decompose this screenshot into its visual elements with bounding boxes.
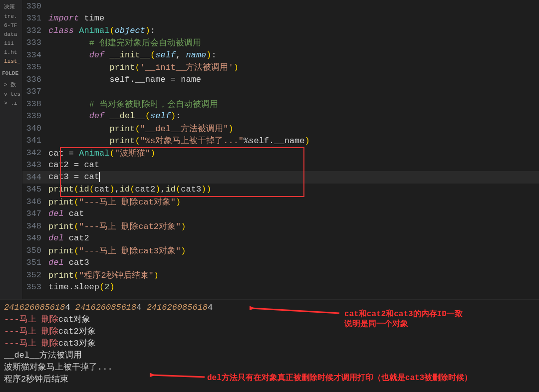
code-line[interactable]: 347del cat [22, 208, 539, 220]
line-number: 344 [22, 173, 48, 182]
line-number: 348 [22, 221, 48, 231]
line-number: 352 [22, 270, 48, 280]
code-line[interactable]: 342cat = Animal("波斯猫") [22, 147, 539, 159]
line-number: 331 [22, 13, 48, 23]
terminal-line: 波斯猫对象马上被干掉了... [4, 362, 535, 374]
code-line[interactable]: 337 [22, 86, 539, 98]
sidebar-file[interactable]: tre. [2, 12, 20, 21]
code-line[interactable]: 352print("程序2秒钟后结束") [22, 269, 539, 281]
code-content: print("程序2秒钟后结束") [48, 269, 159, 281]
code-line[interactable]: 340 print("__del__方法被调用") [22, 122, 539, 135]
sidebar-folder[interactable]: > 数 [2, 79, 20, 90]
code-content: import time [48, 13, 104, 23]
code-content: print('__init__方法被调用') [48, 61, 239, 73]
code-line[interactable]: 353time.sleep(2) [22, 281, 539, 294]
code-content: print("---马上 删除cat3对象") [48, 245, 186, 256]
annotation-del-method: del方法只有在对象真正被删除时候才调用打印（也就是cat3被删除时候） [207, 373, 472, 383]
line-number: 340 [22, 124, 48, 133]
code-content: del cat2 [48, 233, 89, 243]
sidebar-file[interactable]: data [2, 30, 20, 39]
code-content: print("---马上 删除cat2对象") [48, 220, 186, 232]
code-content: # 创建完对象后会自动被调用 [48, 37, 201, 48]
code-content: print("---马上 删除cat对象") [48, 196, 181, 207]
code-content: del cat [48, 209, 84, 218]
code-line[interactable]: 351del cat3 [22, 257, 539, 269]
code-line[interactable]: 335 print('__init__方法被调用') [22, 61, 539, 74]
code-line[interactable]: 338 # 当对象被删除时，会自动被调用 [22, 98, 539, 110]
code-line[interactable]: 336 self.__name = name [22, 73, 539, 86]
line-number: 330 [22, 1, 48, 11]
code-line[interactable]: 341 print("%s对象马上被干掉了..."%self.__name) [22, 135, 539, 147]
code-content: def __init__(self, name): [48, 50, 217, 60]
code-content: cat = Animal("波斯猫") [48, 147, 155, 159]
code-line[interactable]: 345print(id(cat),id(cat2),id(cat3)) [22, 184, 539, 196]
line-number: 333 [22, 38, 48, 47]
sidebar-file[interactable]: 6-TF [2, 21, 20, 30]
terminal-line: ---马上 删除cat3对象 [4, 338, 535, 350]
code-line[interactable]: 330 [22, 0, 539, 12]
line-number: 337 [22, 87, 48, 96]
line-number: 341 [22, 136, 48, 145]
sidebar-file[interactable]: 1.ht [2, 48, 20, 57]
line-number: 345 [22, 185, 48, 194]
code-line[interactable]: 332class Animal(object): [22, 24, 539, 37]
annotation-memory-id: cat和cat2和cat3的内存ID一致说明是同一个对象 [344, 309, 463, 329]
sidebar-file[interactable]: 111 [2, 39, 20, 48]
code-content: self.__name = name [48, 75, 201, 84]
code-content: del cat3 [48, 258, 89, 267]
line-number: 346 [22, 197, 48, 206]
line-number: 343 [22, 160, 48, 170]
code-line[interactable]: 350print("---马上 删除cat3对象") [22, 244, 539, 257]
sidebar-file[interactable]: 决策 [2, 1, 20, 12]
code-content: time.sleep(2) [48, 282, 115, 292]
code-line[interactable]: 333 # 创建完对象后会自动被调用 [22, 37, 539, 49]
code-content: print("%s对象马上被干掉了..."%self.__name) [48, 135, 310, 146]
code-content: print(id(cat),id(cat2),id(cat3)) [48, 185, 212, 194]
code-line[interactable]: 334 def __init__(self, name): [22, 49, 539, 61]
terminal-line: __del__方法被调用 [4, 350, 535, 362]
code-line[interactable]: 348print("---马上 删除cat2对象") [22, 220, 539, 232]
line-number: 338 [22, 99, 48, 109]
code-content: cat3 = cat [48, 172, 100, 182]
sidebar-file[interactable]: list_ [2, 57, 20, 66]
code-line[interactable]: 331import time [22, 12, 539, 25]
line-number: 350 [22, 246, 48, 255]
code-content: class Animal(object): [48, 26, 155, 35]
code-content: # 当对象被删除时，会自动被调用 [48, 98, 218, 110]
code-line[interactable]: 346print("---马上 删除cat对象") [22, 196, 539, 208]
sidebar-section-label: FOLDE [0, 67, 22, 78]
line-number: 335 [22, 62, 48, 72]
line-number: 339 [22, 111, 48, 121]
line-number: 332 [22, 26, 48, 35]
sidebar-folder[interactable]: v tes [2, 90, 20, 99]
code-content: cat2 = cat [48, 160, 99, 170]
line-number: 334 [22, 50, 48, 60]
line-number: 353 [22, 282, 48, 292]
sidebar-folder[interactable]: > .i [2, 99, 20, 108]
code-line[interactable]: 343cat2 = cat [22, 159, 539, 172]
line-number: 347 [22, 209, 48, 218]
code-content: print("__del__方法被调用") [48, 123, 234, 134]
code-line[interactable]: 339 def __del__(self): [22, 110, 539, 123]
code-line[interactable]: 349del cat2 [22, 232, 539, 245]
line-number: 336 [22, 75, 48, 84]
editor[interactable]: 330331import time332class Animal(object)… [22, 0, 539, 299]
line-number: 349 [22, 233, 48, 243]
line-number: 351 [22, 258, 48, 267]
code-line[interactable]: 344cat3 = cat [22, 171, 539, 184]
line-number: 342 [22, 148, 48, 158]
code-content: def __del__(self): [48, 111, 181, 121]
